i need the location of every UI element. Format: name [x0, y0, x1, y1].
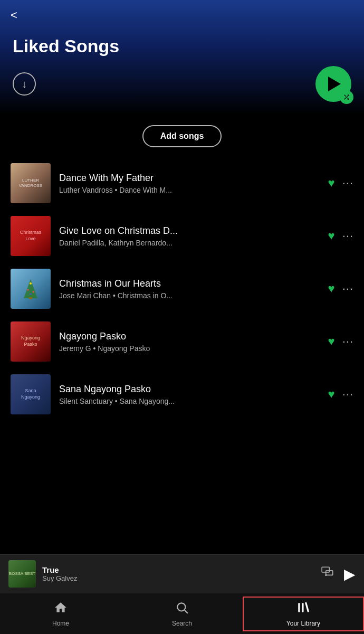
home-icon — [54, 601, 68, 618]
add-songs-button[interactable]: Add songs — [142, 125, 222, 147]
play-icon — [328, 77, 341, 91]
liked-icon[interactable]: ♥ — [328, 229, 335, 243]
library-icon — [296, 601, 310, 618]
song-actions: ♥ ··· — [328, 387, 353, 401]
list-item[interactable]: Christmas in Our Hearts Jose Mari Chan •… — [0, 262, 364, 315]
liked-icon[interactable]: ♥ — [328, 335, 335, 348]
play-shuffle-group — [315, 66, 351, 102]
svg-point-8 — [325, 574, 327, 576]
song-actions: ♥ ··· — [328, 229, 353, 243]
liked-icon[interactable]: ♥ — [328, 176, 335, 190]
svg-point-2 — [30, 282, 32, 285]
more-options-icon[interactable]: ··· — [342, 335, 353, 348]
song-meta: Silent Sanctuary • Sana Ngayong... — [59, 397, 323, 405]
nav-search-label: Search — [172, 620, 192, 627]
now-playing-controls: ▶ — [321, 565, 356, 583]
song-title: Christmas in Our Hearts — [59, 278, 323, 289]
song-title: Give Love on Christmas D... — [59, 225, 323, 236]
svg-point-5 — [30, 294, 32, 295]
song-art: LUTHERVANDROSS — [11, 163, 51, 203]
now-playing-bar[interactable]: BOSSA BEST True Suy Galvez ▶ — [0, 554, 364, 593]
song-meta: Daniel Padilla, Kathryn Bernardo... — [59, 239, 323, 247]
svg-point-3 — [27, 289, 29, 291]
song-art: ChristmasLove — [11, 216, 51, 256]
page-title: Liked Songs — [13, 36, 351, 56]
song-meta: Luther Vandross • Dance With M... — [59, 186, 323, 194]
song-info: Christmas in Our Hearts Jose Mari Chan •… — [59, 278, 323, 300]
now-playing-artist: Suy Galvez — [42, 574, 321, 582]
header-controls: ↓ — [13, 66, 351, 102]
liked-icon[interactable]: ♥ — [328, 387, 335, 401]
nav-item-library[interactable]: Your Library — [243, 597, 364, 631]
back-button[interactable]: < — [11, 8, 17, 22]
download-icon: ↓ — [22, 78, 27, 90]
song-title: Sana Ngayong Pasko — [59, 384, 323, 395]
more-options-icon[interactable]: ··· — [342, 229, 353, 243]
song-art — [11, 269, 51, 309]
search-icon — [175, 601, 189, 618]
list-item[interactable]: ChristmasLove Give Love on Christmas D..… — [0, 210, 364, 262]
song-info: Ngayong Pasko Jeremy G • Ngayong Pasko — [59, 331, 323, 353]
song-meta: Jeremy G • Ngayong Pasko — [59, 344, 323, 353]
nav-item-search[interactable]: Search — [121, 597, 243, 631]
song-info: Sana Ngayong Pasko Silent Sanctuary • Sa… — [59, 384, 323, 405]
list-item[interactable]: NgayongPasko Ngayong Pasko Jeremy G • Ng… — [0, 315, 364, 368]
song-actions: ♥ ··· — [328, 335, 353, 348]
nav-item-home[interactable]: Home — [0, 597, 121, 631]
song-meta: Jose Mari Chan • Christmas in O... — [59, 291, 323, 300]
nav-library-label: Your Library — [286, 620, 320, 627]
song-actions: ♥ ··· — [328, 176, 353, 190]
svg-marker-0 — [24, 279, 37, 298]
now-playing-info: True Suy Galvez — [42, 565, 321, 582]
device-connect-icon[interactable] — [321, 565, 334, 582]
svg-rect-12 — [302, 603, 303, 612]
bottom-nav: Home Search Your Library — [0, 593, 364, 634]
svg-point-9 — [177, 603, 185, 611]
header: < Liked Songs ↓ — [0, 0, 364, 115]
add-songs-section: Add songs — [0, 115, 364, 153]
song-art: NgayongPasko — [11, 321, 51, 362]
more-options-icon[interactable]: ··· — [342, 387, 353, 401]
more-options-icon[interactable]: ··· — [342, 176, 353, 190]
nav-home-label: Home — [52, 620, 69, 627]
svg-line-10 — [185, 610, 188, 613]
song-info: Give Love on Christmas D... Daniel Padil… — [59, 225, 323, 247]
now-playing-art-label: BOSSA BEST — [9, 571, 35, 576]
song-actions: ♥ ··· — [328, 282, 353, 296]
song-art: SanaNgayong — [11, 374, 51, 414]
now-playing-art: BOSSA BEST — [8, 560, 36, 588]
svg-rect-11 — [298, 603, 300, 612]
song-list: LUTHERVANDROSS Dance With My Father Luth… — [0, 153, 364, 425]
song-info: Dance With My Father Luther Vandross • D… — [59, 173, 323, 194]
list-item[interactable]: LUTHERVANDROSS Dance With My Father Luth… — [0, 157, 364, 210]
tree-svg — [23, 278, 39, 299]
svg-rect-1 — [29, 297, 32, 299]
now-playing-play-button[interactable]: ▶ — [344, 565, 356, 583]
download-button[interactable]: ↓ — [13, 72, 36, 96]
now-playing-title: True — [42, 565, 321, 574]
shuffle-icon — [340, 90, 353, 104]
liked-icon[interactable]: ♥ — [328, 282, 335, 296]
song-title: Dance With My Father — [59, 173, 323, 184]
svg-point-4 — [33, 291, 34, 293]
more-options-icon[interactable]: ··· — [342, 282, 353, 296]
list-item[interactable]: SanaNgayong Sana Ngayong Pasko Silent Sa… — [0, 368, 364, 421]
song-title: Ngayong Pasko — [59, 331, 323, 342]
